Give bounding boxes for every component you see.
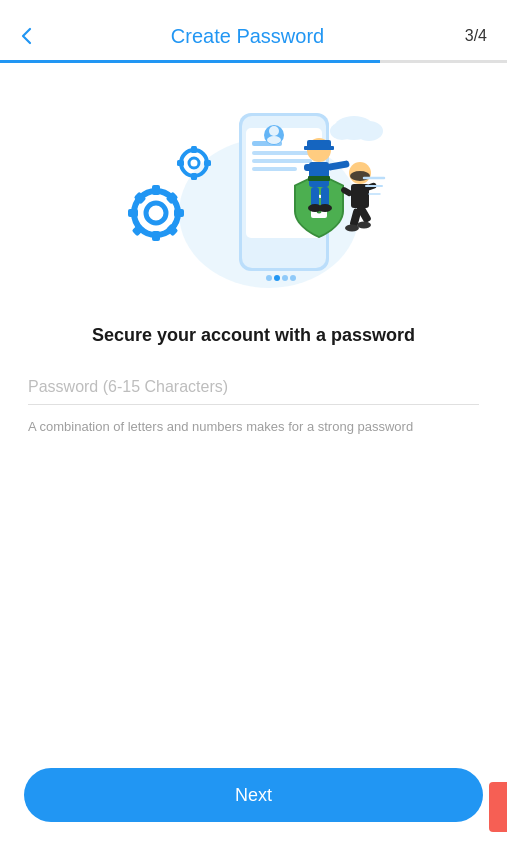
svg-point-26 bbox=[267, 136, 281, 144]
svg-rect-22 bbox=[252, 159, 312, 163]
svg-rect-16 bbox=[177, 160, 184, 166]
svg-point-30 bbox=[290, 275, 296, 281]
svg-rect-35 bbox=[304, 146, 334, 150]
next-button-label: Next bbox=[235, 785, 272, 806]
svg-point-25 bbox=[269, 126, 279, 136]
corner-decoration bbox=[489, 782, 507, 832]
input-divider bbox=[28, 404, 479, 405]
svg-point-28 bbox=[274, 275, 280, 281]
svg-rect-4 bbox=[152, 231, 160, 241]
illustration-container bbox=[114, 83, 394, 303]
svg-rect-21 bbox=[252, 151, 312, 155]
page-title: Create Password bbox=[48, 25, 447, 48]
svg-rect-6 bbox=[128, 209, 138, 217]
svg-rect-37 bbox=[308, 176, 330, 181]
svg-rect-39 bbox=[304, 164, 314, 171]
password-label: Password (6-15 Characters) bbox=[28, 378, 479, 396]
input-section: Password (6-15 Characters) A combination… bbox=[24, 378, 483, 437]
svg-rect-10 bbox=[131, 224, 144, 237]
section-title: Secure your account with a password bbox=[92, 323, 415, 348]
main-content: Secure your account with a password Pass… bbox=[0, 63, 507, 437]
back-button[interactable] bbox=[16, 25, 48, 47]
security-illustration bbox=[114, 83, 394, 303]
svg-point-29 bbox=[282, 275, 288, 281]
svg-point-2 bbox=[146, 203, 166, 223]
svg-point-51 bbox=[345, 225, 359, 232]
password-hint: A combination of letters and numbers mak… bbox=[28, 417, 479, 437]
svg-point-27 bbox=[266, 275, 272, 281]
svg-rect-13 bbox=[191, 146, 197, 153]
next-button[interactable]: Next bbox=[24, 768, 483, 822]
svg-rect-5 bbox=[174, 209, 184, 217]
svg-rect-14 bbox=[191, 173, 197, 180]
svg-rect-23 bbox=[252, 167, 297, 171]
svg-point-43 bbox=[318, 204, 332, 212]
svg-point-52 bbox=[357, 222, 371, 229]
svg-point-45 bbox=[350, 171, 370, 181]
svg-point-55 bbox=[330, 122, 354, 140]
svg-point-12 bbox=[189, 158, 199, 168]
header: Create Password 3/4 bbox=[0, 0, 507, 60]
svg-rect-3 bbox=[152, 185, 160, 195]
svg-rect-15 bbox=[204, 160, 211, 166]
svg-point-54 bbox=[355, 121, 383, 141]
step-counter: 3/4 bbox=[447, 27, 487, 45]
